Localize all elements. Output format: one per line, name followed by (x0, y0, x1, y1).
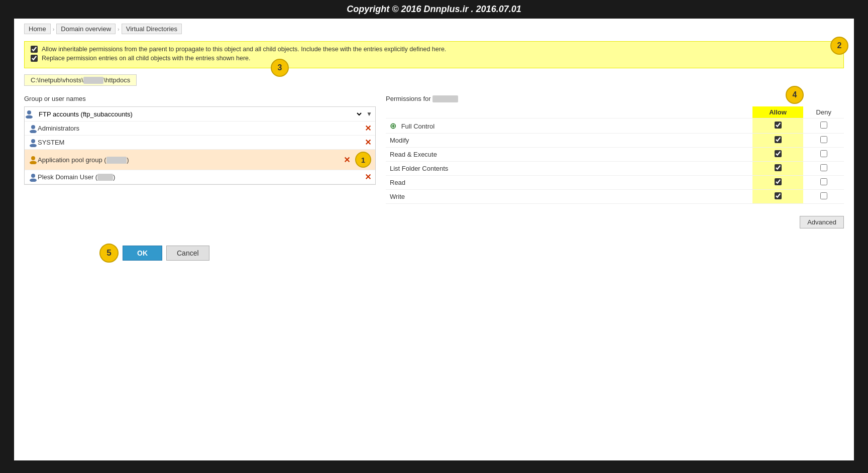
list-folder-allow-checkbox[interactable] (775, 164, 782, 171)
perm-modify-allow[interactable] (752, 134, 804, 148)
app-pool-remove[interactable]: ✕ (344, 155, 350, 165)
perm-write: Write (386, 190, 844, 204)
breadcrumb: Home › Domain overview › Virtual Directo… (24, 24, 844, 34)
svg-point-8 (31, 174, 35, 178)
perm-modify-deny[interactable] (803, 134, 844, 148)
group-header: Group or user names (24, 95, 376, 102)
perm-read-name: Read (386, 176, 752, 190)
read-deny-checkbox[interactable] (820, 178, 827, 185)
system-label: SYSTEM (38, 139, 362, 146)
perm-full-control-allow[interactable] (752, 119, 804, 134)
badge-5: 5 (99, 244, 119, 263)
user-row-app-pool[interactable]: Application pool group ( ) ✕ 1 (25, 150, 375, 170)
perm-read-execute-allow[interactable] (752, 148, 804, 162)
modify-deny-checkbox[interactable] (820, 136, 827, 143)
user-row-system[interactable]: SYSTEM ✕ (25, 136, 375, 150)
inherit-permissions-checkbox[interactable] (31, 46, 38, 53)
perm-modify-name: Modify (386, 134, 752, 148)
breadcrumb-virtual-directories[interactable]: Virtual Directories (122, 24, 182, 34)
read-execute-allow-checkbox[interactable] (775, 150, 782, 157)
svg-point-4 (31, 139, 35, 143)
full-control-allow-checkbox[interactable] (775, 122, 782, 129)
perm-write-deny[interactable] (803, 190, 844, 204)
perm-write-name: Write (386, 190, 752, 204)
administrators-label: Administrators (38, 125, 362, 132)
read-execute-deny-checkbox[interactable] (820, 150, 827, 157)
perm-modify: Modify (386, 134, 844, 148)
perm-read-allow[interactable] (752, 176, 804, 190)
replace-permissions-checkbox[interactable] (31, 55, 38, 62)
perm-list-folder-allow[interactable] (752, 162, 804, 176)
perm-full-control: ⊕ Full Control (386, 119, 844, 134)
svg-point-0 (27, 110, 31, 114)
ftp-icon (25, 109, 34, 119)
buttons-row: 5 OK Cancel (99, 244, 844, 263)
list-folder-deny-checkbox[interactable] (820, 164, 827, 171)
advanced-button[interactable]: Advanced (800, 216, 844, 228)
svg-point-1 (26, 115, 33, 119)
path-bar: C:\Inetpub\vhosts\ \httpdocs (24, 74, 137, 86)
app-pool-label: Application pool group ( ) (38, 156, 341, 164)
badge-4: 4 (786, 86, 804, 104)
ftp-accounts-select[interactable]: FTP accounts (ftp_subaccounts) (34, 107, 363, 121)
perm-full-control-deny[interactable] (803, 119, 844, 134)
system-remove[interactable]: ✕ (365, 138, 371, 147)
svg-point-9 (30, 178, 37, 182)
cancel-button[interactable]: Cancel (166, 246, 209, 261)
permissions-table: Allow Deny ⊕ Full Control (386, 106, 844, 204)
perm-name-header (386, 106, 752, 119)
perm-read-execute-name: Read & Execute (386, 148, 752, 162)
app-pool-blurred (106, 157, 127, 164)
inherit-permissions-row: Allow inheritable permissions from the p… (31, 46, 837, 53)
permissions-header: Permissions for (386, 95, 844, 102)
breadcrumb-domain-overview[interactable]: Domain overview (56, 24, 116, 34)
plesk-blurred (97, 174, 113, 181)
administrators-icon (29, 124, 38, 133)
main-content: Home › Domain overview › Virtual Directo… (14, 19, 854, 460)
permissions-area: Group or user names FTP accounts (ftp_su… (24, 95, 844, 228)
badge-1: 1 (355, 152, 371, 168)
perm-list-folder: List Folder Contents (386, 162, 844, 176)
breadcrumb-sep-1: › (53, 26, 55, 32)
permissions-for-blurred (432, 95, 458, 102)
right-panel: Permissions for 4 Allow Deny (386, 95, 844, 228)
perm-read-deny[interactable] (803, 176, 844, 190)
ok-button[interactable]: OK (123, 246, 162, 261)
app-pool-icon (29, 155, 38, 164)
user-row-administrators[interactable]: Administrators ✕ (25, 122, 375, 136)
full-control-add-icon: ⊕ (390, 122, 396, 130)
badge-3: 3 (271, 59, 289, 77)
full-control-deny-checkbox[interactable] (820, 122, 827, 129)
path-blurred (83, 77, 104, 84)
allow-header: Allow (752, 106, 804, 119)
svg-point-2 (31, 125, 35, 129)
svg-point-7 (30, 161, 37, 165)
administrators-remove[interactable]: ✕ (365, 124, 371, 133)
plesk-label: Plesk Domain User ( ) (38, 173, 362, 181)
deny-header: Deny (803, 106, 844, 119)
dropdown-arrow[interactable]: ▼ (363, 110, 375, 117)
modify-allow-checkbox[interactable] (775, 136, 782, 143)
replace-permissions-label: Replace permission entries on all child … (42, 55, 251, 62)
perm-full-control-name: ⊕ Full Control (386, 119, 752, 134)
svg-point-6 (31, 156, 35, 160)
perm-write-allow[interactable] (752, 190, 804, 204)
plesk-icon (29, 173, 38, 182)
perm-read-execute: Read & Execute (386, 148, 844, 162)
svg-point-5 (30, 144, 37, 147)
perm-read-execute-deny[interactable] (803, 148, 844, 162)
user-row-plesk[interactable]: Plesk Domain User ( ) ✕ (25, 170, 375, 184)
write-deny-checkbox[interactable] (820, 192, 827, 199)
inherit-permissions-label: Allow inheritable permissions from the p… (42, 46, 446, 53)
ftp-accounts-row[interactable]: FTP accounts (ftp_subaccounts) ▼ (25, 107, 375, 122)
plesk-remove[interactable]: ✕ (365, 172, 371, 182)
copyright-bar: Copyright © 2016 Dnnplus.ir . 2016.07.01 (0, 0, 868, 19)
write-allow-checkbox[interactable] (775, 192, 782, 199)
badge-2: 2 (830, 37, 848, 55)
breadcrumb-home[interactable]: Home (24, 24, 51, 34)
perm-read: Read (386, 176, 844, 190)
perm-list-folder-deny[interactable] (803, 162, 844, 176)
left-panel: Group or user names FTP accounts (ftp_su… (24, 95, 386, 228)
system-icon (29, 138, 38, 147)
read-allow-checkbox[interactable] (775, 178, 782, 185)
